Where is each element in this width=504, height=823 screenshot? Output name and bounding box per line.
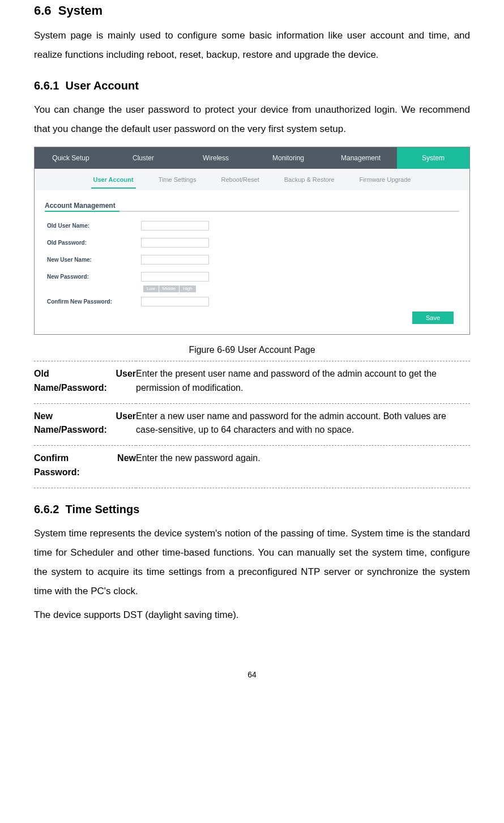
definition-table: Old User Name/Password: Enter the presen… <box>34 361 470 488</box>
def-desc: Enter a new user name and password for t… <box>136 403 470 446</box>
tab-backup-restore[interactable]: Backup & Restore <box>282 170 337 189</box>
time-settings-p2: The device supports DST (daylight saving… <box>34 605 470 625</box>
tab-time-settings[interactable]: Time Settings <box>156 170 199 189</box>
def-desc: Enter the present user name and password… <box>136 361 470 404</box>
user-account-intro: You can change the user password to prot… <box>34 100 470 139</box>
label-confirm-new-password: Confirm New Password: <box>45 299 141 305</box>
tab-firmware-upgrade[interactable]: Firmware Upgrade <box>357 170 413 189</box>
label-old-password: Old Password: <box>45 240 141 246</box>
subsection-number: 6.6.1 <box>34 79 59 92</box>
subsection-title: User Account <box>66 79 139 92</box>
strength-low: Low <box>143 285 159 292</box>
term-text: Name/Password: <box>34 381 136 395</box>
tab-reboot-reset[interactable]: Reboot/Reset <box>219 170 261 189</box>
subsection-number: 6.6.2 <box>34 503 59 515</box>
term-text: Confirm <box>34 451 69 466</box>
input-old-password[interactable] <box>141 238 209 248</box>
tab-user-account[interactable]: User Account <box>91 170 136 189</box>
strength-high: High <box>180 285 196 292</box>
nav-wireless[interactable]: Wireless <box>180 147 252 169</box>
section-title: System <box>58 3 102 18</box>
term-text: Old <box>34 367 49 381</box>
subsection-title: Time Settings <box>66 503 140 515</box>
heading-system: 6.6 System <box>34 3 470 18</box>
form-section-title: Account Management <box>45 202 459 210</box>
nav-management[interactable]: Management <box>324 147 397 169</box>
term-text: User <box>116 410 136 424</box>
input-confirm-new-password[interactable] <box>141 297 209 306</box>
figure-caption: Figure 6-69 User Account Page <box>34 345 470 355</box>
def-desc: Enter the new password again. <box>136 446 470 488</box>
nav-system[interactable]: System <box>397 147 469 169</box>
label-new-password: New Password: <box>45 274 141 280</box>
strength-middle: Middle <box>159 285 180 292</box>
page-number: 64 <box>34 670 470 679</box>
term-text: Name/Password: <box>34 423 136 437</box>
save-button[interactable]: Save <box>412 312 454 324</box>
nav-quick-setup[interactable]: Quick Setup <box>35 147 107 169</box>
input-old-user-name[interactable] <box>141 221 209 231</box>
term-text: User <box>116 367 136 381</box>
nav-monitoring[interactable]: Monitoring <box>252 147 324 169</box>
time-settings-p1: System time represents the device system… <box>34 524 470 601</box>
def-row-confirm: Confirm New Password: Enter the new pass… <box>34 446 470 488</box>
section-number: 6.6 <box>34 3 52 18</box>
input-new-password[interactable] <box>141 272 209 282</box>
input-new-user-name[interactable] <box>141 255 209 265</box>
nav-cluster[interactable]: Cluster <box>107 147 180 169</box>
section-intro: System page is mainly used to configure … <box>34 26 470 65</box>
def-row-new: New User Name/Password: Enter a new user… <box>34 403 470 446</box>
def-row-old: Old User Name/Password: Enter the presen… <box>34 361 470 404</box>
main-nav: Quick Setup Cluster Wireless Monitoring … <box>35 147 469 169</box>
label-new-user-name: New User Name: <box>45 257 141 263</box>
sub-nav: User Account Time Settings Reboot/Reset … <box>35 169 469 190</box>
term-text: Password: <box>34 466 136 480</box>
user-account-screenshot: Quick Setup Cluster Wireless Monitoring … <box>34 147 470 335</box>
section-divider <box>45 211 459 212</box>
label-old-user-name: Old User Name: <box>45 223 141 229</box>
term-text: New <box>117 451 136 466</box>
heading-time-settings: 6.6.2 Time Settings <box>34 503 470 516</box>
term-text: New <box>34 410 53 424</box>
password-strength-meter: Low Middle High <box>143 285 459 292</box>
heading-user-account: 6.6.1 User Account <box>34 79 470 92</box>
